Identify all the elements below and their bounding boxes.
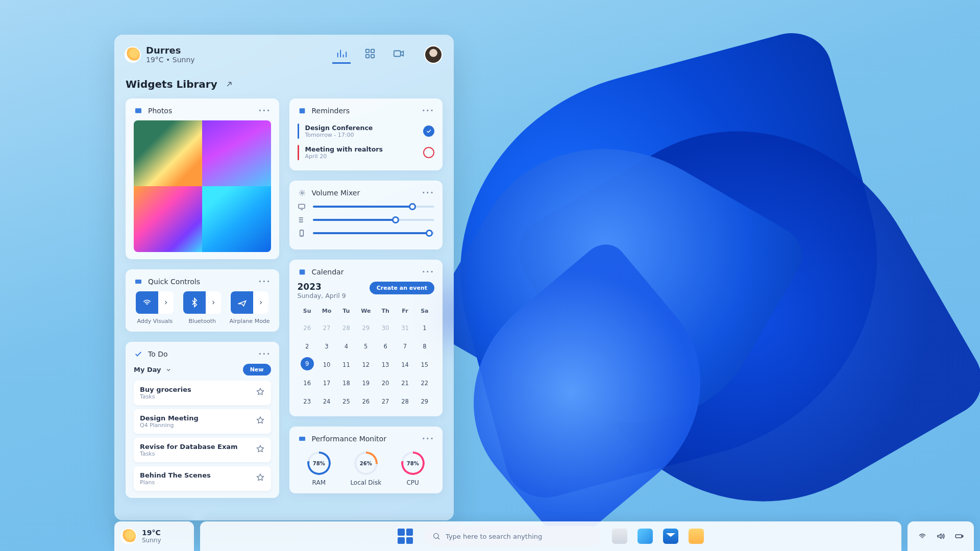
- sound-icon[interactable]: [936, 532, 945, 541]
- taskview-app-icon[interactable]: [612, 529, 627, 544]
- photos-more-button[interactable]: ···: [258, 106, 271, 115]
- calendar-day[interactable]: 28: [336, 320, 356, 336]
- reminder-check[interactable]: [423, 126, 434, 137]
- calendar-day[interactable]: 14: [395, 357, 414, 372]
- device-icon: [298, 216, 306, 224]
- create-event-button[interactable]: Create an event: [370, 282, 434, 294]
- todo-group[interactable]: My Day: [134, 366, 161, 373]
- calendar-day[interactable]: 31: [395, 320, 414, 336]
- calendar-day[interactable]: 19: [356, 375, 376, 391]
- nav-apps-button[interactable]: [361, 45, 379, 64]
- nav-video-button[interactable]: [389, 45, 408, 64]
- calendar-day[interactable]: 28: [395, 394, 414, 409]
- quick-control-label: Addy Visuals: [137, 318, 173, 324]
- reminder-check[interactable]: [423, 147, 434, 158]
- photos-grid[interactable]: [134, 120, 271, 252]
- quick-control-expand[interactable]: [206, 291, 221, 314]
- calendar-day[interactable]: 5: [356, 339, 376, 354]
- volume-slider[interactable]: [313, 232, 435, 234]
- calendar-day[interactable]: 3: [317, 339, 336, 354]
- start-button[interactable]: [398, 529, 413, 544]
- todo-item[interactable]: Design Meeting Q4 Planning: [134, 409, 271, 434]
- avatar[interactable]: [424, 45, 443, 64]
- photos-app-icon[interactable]: [638, 529, 653, 544]
- calendar-day[interactable]: 15: [415, 357, 434, 372]
- star-button[interactable]: [256, 416, 265, 427]
- calendar-day[interactable]: 9: [301, 357, 314, 370]
- todo-item[interactable]: Revise for Database Exam Tasks: [134, 438, 271, 462]
- calendar-day[interactable]: 23: [298, 394, 317, 409]
- calendar-day[interactable]: 29: [415, 394, 434, 409]
- reminder-item[interactable]: Design Conference Tomorrow - 17:00: [298, 120, 435, 142]
- star-button[interactable]: [256, 473, 265, 484]
- todo-item[interactable]: Buy groceries Tasks: [134, 381, 271, 405]
- photo-thumb[interactable]: [134, 186, 202, 252]
- taskbar-weather[interactable]: 19°C Sunny: [114, 521, 194, 551]
- star-button[interactable]: [256, 444, 265, 456]
- photos-card: Photos ···: [126, 98, 279, 259]
- calendar-day[interactable]: 2: [298, 339, 317, 354]
- svg-point-8: [301, 192, 303, 194]
- mail-app-icon[interactable]: [663, 529, 678, 544]
- calendar-day[interactable]: 26: [298, 320, 317, 336]
- perf-ring: 26%: [354, 452, 378, 475]
- calendar-day[interactable]: 10: [317, 357, 336, 372]
- wifi-icon[interactable]: [918, 532, 927, 541]
- calendar-day[interactable]: 22: [415, 375, 434, 391]
- todo-item-tag: Tasks: [140, 393, 191, 400]
- calendar-day[interactable]: 18: [336, 375, 356, 391]
- photos-title: Photos: [148, 107, 172, 115]
- calendar-day[interactable]: 20: [376, 375, 395, 391]
- star-button[interactable]: [256, 387, 265, 398]
- explorer-app-icon[interactable]: [689, 529, 704, 544]
- calendar-day[interactable]: 29: [356, 320, 376, 336]
- calendar-day[interactable]: 17: [317, 375, 336, 391]
- weather-widget[interactable]: Durres 19°C • Sunny: [126, 45, 195, 64]
- chevron-down-icon[interactable]: [165, 367, 172, 373]
- calendar-day[interactable]: 1: [415, 320, 434, 336]
- todo-new-button[interactable]: New: [243, 364, 271, 375]
- battery-icon[interactable]: [954, 532, 964, 541]
- calendar-day[interactable]: 24: [317, 394, 336, 409]
- volume-more-button[interactable]: ···: [422, 188, 434, 197]
- calendar-day[interactable]: 25: [336, 394, 356, 409]
- photo-thumb[interactable]: [202, 186, 271, 252]
- quick-control-toggle[interactable]: [183, 291, 206, 314]
- calendar-day[interactable]: 27: [376, 394, 395, 409]
- todo-item[interactable]: Behind The Scenes Plans: [134, 466, 271, 491]
- expand-icon[interactable]: [225, 80, 234, 89]
- calendar-day[interactable]: 7: [395, 339, 414, 354]
- reminders-more-button[interactable]: ···: [422, 106, 434, 115]
- calendar-more-button[interactable]: ···: [422, 267, 434, 277]
- calendar-day[interactable]: 4: [336, 339, 356, 354]
- calendar-day[interactable]: 11: [336, 357, 356, 372]
- performance-more-button[interactable]: ···: [422, 434, 434, 443]
- calendar-day[interactable]: 12: [356, 357, 376, 372]
- calendar-day[interactable]: 8: [415, 339, 434, 354]
- taskbar-main: Type here to search anything: [200, 521, 901, 551]
- calendar-dow: Su: [298, 305, 317, 317]
- quick-control-expand[interactable]: [253, 291, 268, 314]
- calendar-day[interactable]: 16: [298, 375, 317, 391]
- photo-thumb[interactable]: [202, 120, 271, 186]
- controls-icon: [134, 277, 143, 286]
- quick-control-expand[interactable]: [158, 291, 174, 314]
- calendar-day[interactable]: 6: [376, 339, 395, 354]
- calendar-day[interactable]: 21: [395, 375, 414, 391]
- reminder-item[interactable]: Meeting with realtors April 20: [298, 142, 435, 163]
- quick-controls-more-button[interactable]: ···: [258, 277, 271, 286]
- search-input[interactable]: Type here to search anything: [424, 526, 601, 546]
- photo-thumb[interactable]: [134, 120, 202, 186]
- calendar-day[interactable]: 30: [376, 320, 395, 336]
- volume-slider[interactable]: [313, 219, 435, 221]
- quick-control-toggle[interactable]: [136, 291, 158, 314]
- calendar-day[interactable]: 26: [356, 394, 376, 409]
- reminder-detail: April 20: [305, 153, 383, 160]
- quick-control-toggle[interactable]: [231, 291, 253, 314]
- todo-item-title: Buy groceries: [140, 386, 191, 393]
- volume-slider[interactable]: [313, 206, 435, 208]
- todo-more-button[interactable]: ···: [258, 349, 271, 359]
- calendar-day[interactable]: 27: [317, 320, 336, 336]
- calendar-day[interactable]: 13: [376, 357, 395, 372]
- nav-widgets-button[interactable]: [332, 45, 351, 64]
